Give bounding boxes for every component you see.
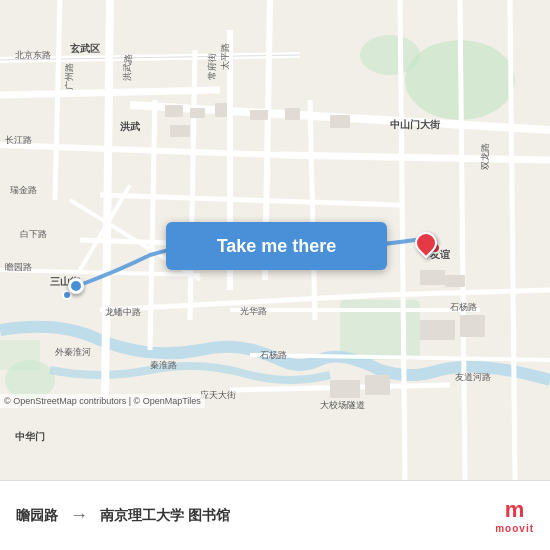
origin-pin xyxy=(68,278,84,294)
svg-text:长江路: 长江路 xyxy=(5,135,32,145)
svg-text:洪武路: 洪武路 xyxy=(122,53,133,80)
svg-rect-50 xyxy=(165,105,183,117)
svg-text:广州路: 广州路 xyxy=(64,63,75,90)
svg-text:洪武: 洪武 xyxy=(120,121,141,132)
svg-rect-61 xyxy=(330,380,360,398)
svg-rect-52 xyxy=(215,103,227,117)
osm-credit: © OpenStreetMap contributors | © OpenMap… xyxy=(0,394,205,408)
svg-text:龙蟠中路: 龙蟠中路 xyxy=(105,307,141,317)
svg-text:玄武区: 玄武区 xyxy=(70,43,100,54)
svg-rect-5 xyxy=(0,340,40,370)
take-me-there-button[interactable]: Take me there xyxy=(166,222,387,270)
svg-text:石杨路: 石杨路 xyxy=(260,350,287,360)
svg-rect-53 xyxy=(170,125,190,137)
svg-text:应天大街: 应天大街 xyxy=(200,390,236,400)
moovit-brand-name: moovit xyxy=(495,523,534,534)
svg-text:石杨路: 石杨路 xyxy=(450,302,477,312)
svg-text:瞻园路: 瞻园路 xyxy=(5,262,32,272)
destination-pin xyxy=(410,227,441,258)
svg-rect-59 xyxy=(420,320,455,340)
svg-rect-56 xyxy=(330,115,350,128)
svg-line-21 xyxy=(105,0,110,400)
svg-text:常府街: 常府街 xyxy=(207,53,217,80)
route-arrow-icon: → xyxy=(70,505,88,526)
svg-text:友道河路: 友道河路 xyxy=(455,372,491,382)
svg-rect-62 xyxy=(365,375,390,395)
svg-text:外秦淮河: 外秦淮河 xyxy=(55,347,91,357)
moovit-logo: m moovit xyxy=(495,497,534,534)
destination-marker xyxy=(415,232,437,254)
route-from-label: 瞻园路 xyxy=(16,507,58,525)
bottom-bar: 瞻园路 → 南京理工大学 图书馆 m moovit xyxy=(0,480,550,550)
svg-point-2 xyxy=(360,35,420,75)
svg-text:光华路: 光华路 xyxy=(240,306,267,316)
svg-text:白下路: 白下路 xyxy=(20,229,47,239)
svg-rect-54 xyxy=(250,110,268,120)
route-to-label: 南京理工大学 图书馆 xyxy=(100,507,230,525)
svg-rect-60 xyxy=(460,315,485,337)
svg-text:瑞金路: 瑞金路 xyxy=(10,185,37,195)
svg-text:大校场隧道: 大校场隧道 xyxy=(320,400,365,410)
svg-text:太平路: 太平路 xyxy=(220,43,230,70)
svg-text:中山门大街: 中山门大街 xyxy=(390,119,441,130)
svg-text:秦淮路: 秦淮路 xyxy=(150,360,177,370)
svg-text:北京东路: 北京东路 xyxy=(15,50,51,60)
map-container: 北京东路 长江路 瑞金路 白下路 龙蟠中路 光华路 石杨路 广州路 洪武路 常府… xyxy=(0,0,550,480)
origin-marker xyxy=(68,278,84,294)
svg-rect-58 xyxy=(445,275,465,287)
svg-rect-55 xyxy=(285,108,300,120)
svg-rect-57 xyxy=(420,270,445,285)
svg-text:双龙路: 双龙路 xyxy=(480,143,490,170)
svg-text:中华门: 中华门 xyxy=(15,431,45,442)
moovit-letter: m xyxy=(505,497,525,523)
svg-rect-51 xyxy=(190,108,205,118)
